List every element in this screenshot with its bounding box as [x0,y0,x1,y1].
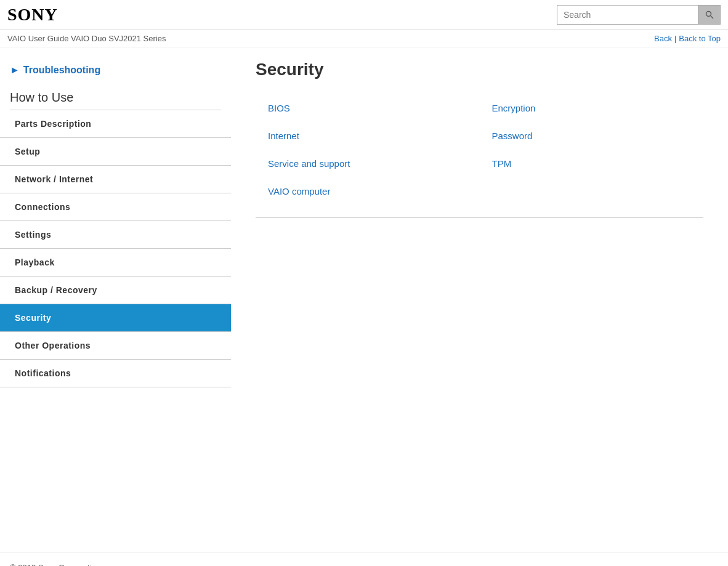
copyright-text: © 2012 Sony Corporation [10,563,100,566]
sidebar-item-backup-recovery[interactable]: Backup / Recovery [0,277,231,304]
footer: © 2012 Sony Corporation [0,552,728,566]
svg-point-0 [706,12,711,17]
sidebar-item-troubleshooting[interactable]: ► Troubleshooting [0,60,231,86]
link-encryption[interactable]: Encryption [480,94,704,122]
sidebar-item-settings[interactable]: Settings [0,221,231,248]
content-divider [256,217,703,218]
search-button[interactable] [698,5,721,25]
breadcrumb-bar: VAIO User Guide VAIO Duo SVJ2021 Series … [0,30,728,47]
sidebar-item-wrapper-parts-description: Parts Description [0,110,231,138]
link-bios[interactable]: BIOS [256,94,480,122]
content-area: Security BIOS Internet Service and suppo… [231,47,728,552]
sidebar-item-security[interactable]: Security [0,304,231,331]
link-vaio-computer[interactable]: VAIO computer [256,177,480,205]
sidebar-item-wrapper-backup-recovery: Backup / Recovery [0,277,231,304]
sidebar-item-wrapper-setup: Setup [0,138,231,166]
sidebar-item-wrapper-notifications: Notifications [0,360,231,387]
main-layout: ► Troubleshooting How to Use Parts Descr… [0,47,728,552]
troubleshooting-label: Troubleshooting [23,65,100,76]
sidebar-item-network-internet[interactable]: Network / Internet [0,166,231,193]
link-service-and-support[interactable]: Service and support [256,150,480,177]
sidebar-item-notifications[interactable]: Notifications [0,360,231,387]
sidebar-item-wrapper-security: Security [0,304,231,332]
sidebar-item-playback[interactable]: Playback [0,249,231,276]
content-title: Security [256,60,703,79]
sidebar-item-wrapper-network-internet: Network / Internet [0,166,231,193]
header: SONY [0,0,728,30]
nav-links: Back | Back to Top [654,34,721,43]
sidebar-item-other-operations[interactable]: Other Operations [0,332,231,359]
sidebar-item-wrapper-settings: Settings [0,221,231,249]
chevron-right-icon: ► [10,65,20,76]
link-password[interactable]: Password [480,122,704,150]
search-input[interactable] [557,5,698,25]
security-links-col2: Encryption Password TPM [480,94,704,205]
sidebar-item-wrapper-connections: Connections [0,193,231,221]
sidebar-item-connections[interactable]: Connections [0,193,231,220]
search-area [557,5,721,25]
security-links-grid: BIOS Internet Service and support VAIO c… [256,94,703,205]
sidebar-item-setup[interactable]: Setup [0,138,231,165]
sidebar-item-wrapper-playback: Playback [0,249,231,277]
sidebar-item-wrapper-other-operations: Other Operations [0,332,231,360]
svg-line-1 [711,16,713,18]
back-link[interactable]: Back [654,34,672,43]
sony-logo: SONY [7,5,58,25]
how-to-use-heading: How to Use [0,86,231,107]
nav-separator: | [674,34,676,43]
security-links-col1: BIOS Internet Service and support VAIO c… [256,94,480,205]
sidebar-item-parts-description[interactable]: Parts Description [0,110,231,137]
guide-title: VAIO User Guide VAIO Duo SVJ2021 Series [7,34,166,43]
back-to-top-link[interactable]: Back to Top [679,34,721,43]
search-icon [705,10,714,19]
sidebar: ► Troubleshooting How to Use Parts Descr… [0,47,231,552]
link-tpm[interactable]: TPM [480,150,704,177]
link-internet[interactable]: Internet [256,122,480,150]
